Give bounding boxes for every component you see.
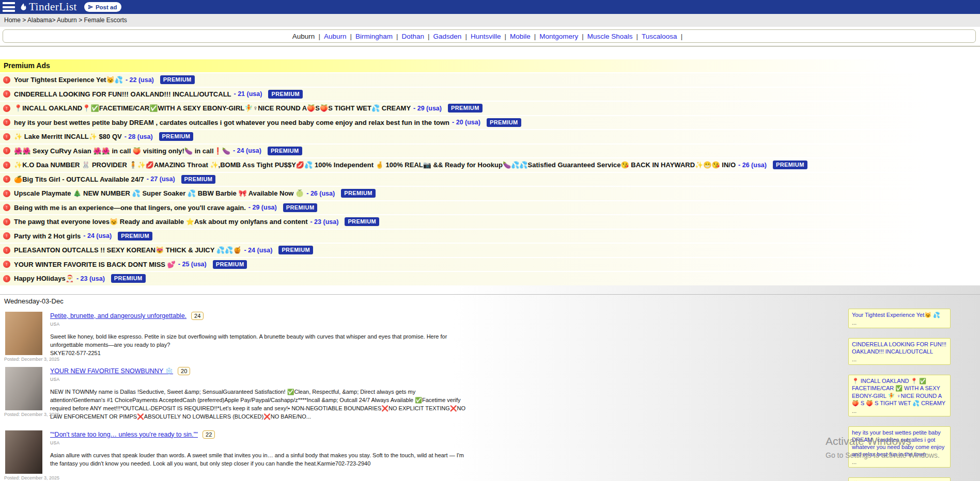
listing-country: USA [50,440,980,445]
up-arrow-icon: ↑ [3,204,10,211]
city-link[interactable]: Mobile [510,33,531,40]
listing-country: USA [50,322,980,327]
sidebar-ad-text: hey its your best wettes petite baby DRE… [852,429,947,458]
sidebar-ad-ellipsis: ... [852,319,947,326]
premium-badge: PREMIUM [268,90,303,99]
premium-ad-row[interactable]: ↑ hey its your best wettes petite baby D… [0,115,980,130]
premium-ad-title: Upscale Playmate 🎄 NEW NUMBER 💦 Super So… [14,189,304,197]
sidebar-ad-box[interactable]: ✨ Lake Merritt INCALL✨ $80 QV ... [848,477,951,481]
listing-country: USA [50,377,980,382]
premium-ad-title: 📍INCALL OAKLAND📍✅FACETIME/CAR✅WITH A SEX… [14,104,411,112]
age-badge: 20 [178,367,190,375]
listing-thumbnail[interactable] [5,430,42,474]
premium-ad-row[interactable]: ↑ 🌺🌺 Sexy CuRvy Asian 🌺🌺 in call 🍑 visit… [0,143,980,158]
premium-ad-row[interactable]: ↑ Happy HOlidays🎅 - 23 (usa) PREMIUM [0,271,980,285]
paper-plane-icon [88,4,94,10]
premium-badge: PREMIUM [268,147,302,155]
brand-logo[interactable]: TinderList [19,1,77,13]
listing-title-link[interactable]: YOUR NEW FAVORITE SNOWBUNNY ❄️ [50,367,173,375]
breadcrumb-separator: > [77,17,82,24]
listing-posted-date: Posted: December 3, 2025 [4,412,59,417]
premium-ad-row[interactable]: ↑ 📍INCALL OAKLAND📍✅FACETIME/CAR✅WITH A S… [0,101,980,115]
listing-title-link[interactable]: "“Don't stare too long… unless you're re… [50,431,198,438]
listing-row: YOUR NEW FAVORITE SNOWBUNNY ❄️20 USA NEW… [0,366,980,421]
up-arrow-icon: ↑ [3,190,10,197]
premium-ad-age-location: - 22 (usa) [126,76,154,84]
premium-ad-age-location: - 27 (usa) [147,175,175,183]
city-link[interactable]: Huntsville [471,33,501,40]
premium-ad-title: ✨K.O Daa NUMBER 🐰 PROVIDER 🧍✨💋AMAZING Th… [14,161,736,169]
premium-badge: PREMIUM [213,260,247,269]
premium-ad-row[interactable]: ↑ ✨K.O Daa NUMBER 🐰 PROVIDER 🧍✨💋AMAZING … [0,157,980,172]
sidebar-ad-box[interactable]: hey its your best wettes petite baby DRE… [848,426,951,468]
sidebar-ad-ellipsis: ... [852,356,947,363]
city-separator: | [681,33,683,40]
breadcrumb-link[interactable]: Home [4,17,21,24]
up-arrow-icon: ↑ [3,76,10,84]
sidebar-ad-ellipsis: ... [852,458,947,466]
listing-thumbnail[interactable] [5,312,42,355]
city-link[interactable]: Dothan [402,33,425,40]
up-arrow-icon: ↑ [3,261,10,268]
premium-badge: PREMIUM [345,217,379,226]
city-link[interactable]: Birmingham [355,33,393,40]
listing-posted-date: Posted: December 3, 2025 [4,475,59,480]
listing-thumbnail[interactable] [5,367,42,410]
post-ad-button[interactable]: Post ad [84,2,122,12]
premium-ad-row[interactable]: ↑ Upscale Playmate 🎄 NEW NUMBER 💦 Super … [0,186,980,200]
premium-ad-row[interactable]: ↑ CINDERELLA LOOKING FOR FUN!!! OAKLAND!… [0,87,980,101]
breadcrumb-link[interactable]: Auburn [57,17,77,24]
premium-badge: PREMIUM [111,274,146,283]
up-arrow-icon: ↑ [3,119,10,126]
premium-ad-title: The pawg that everyone loves😼 Ready and … [14,218,307,226]
breadcrumb: Home > Alabama> Auburn > Female Escorts [0,14,980,27]
age-badge: 22 [203,430,215,439]
premium-badge: PREMIUM [181,175,216,184]
breadcrumb-separator: > [52,17,55,24]
premium-ad-row[interactable]: ↑ Your Tightest Experience Yet😼💦 - 22 (u… [0,72,980,87]
sidebar-ad-text: CINDERELLA LOOKING FOR FUN!!! OAKLAND!!!… [852,341,947,355]
city-link[interactable]: Muscle Shoals [587,33,633,40]
sidebar-ad-text: Your Tightest Experience Yet😼 💦 [852,311,947,318]
city-link[interactable]: Auburn [324,33,347,40]
breadcrumb-link[interactable]: Alabama [27,17,52,24]
premium-ads-heading: Premium Ads [0,59,980,72]
age-badge: 24 [191,312,204,320]
up-arrow-icon: ↑ [3,218,10,226]
premium-ad-row[interactable]: ↑ PLEASANTON OUTCALLS !! SEXY KOREAN😻 TH… [0,243,980,257]
up-arrow-icon: ↑ [3,147,10,154]
hamburger-menu-icon[interactable] [3,2,15,12]
premium-ad-row[interactable]: ↑ The pawg that everyone loves😼 Ready an… [0,214,980,229]
city-link[interactable]: Gadsden [433,33,462,40]
premium-ad-age-location: - 21 (usa) [234,90,262,98]
premium-ad-row[interactable]: ↑ Being with me is an experience—one tha… [0,200,980,215]
premium-ad-row[interactable]: ↑ 🍊Big Tits Girl - OUTCALL Available 24/… [0,172,980,186]
premium-ad-age-location: - 20 (usa) [452,119,480,126]
up-arrow-icon: ↑ [3,247,10,254]
city-link[interactable]: Tuscaloosa [642,33,677,40]
sidebar-ad-ellipsis: ... [852,407,947,414]
listing-posted-date: Posted: December 3, 2025 [4,357,59,362]
breadcrumb-link[interactable]: Female Escorts [84,17,127,24]
premium-badge: PREMIUM [278,246,313,254]
city-separator: | [428,33,430,40]
premium-badge: PREMIUM [773,161,807,169]
premium-ad-row[interactable]: ↑ ✨ Lake Merritt INCALL✨ $80 QV - 28 (us… [0,129,980,143]
premium-ad-row[interactable]: ↑ Party with 2 Hot girls - 24 (usa) PREM… [0,229,980,243]
listing-title-link[interactable]: Petite, brunette, and dangerously unforg… [50,312,186,319]
premium-ad-title: YOUR WINTER FAVORITE IS BACK DONT MISS 💕 [14,261,176,268]
city-separator: | [504,33,506,40]
sidebar-ad-box[interactable]: Your Tightest Experience Yet😼 💦 ... [848,309,951,328]
top-header-bar: TinderList Post ad [0,0,980,14]
breadcrumb-separator: > [21,17,26,24]
city-link[interactable]: Montgomery [539,33,578,40]
premium-ad-age-location: - 24 (usa) [244,247,272,254]
sidebar-ad-box[interactable]: CINDERELLA LOOKING FOR FUN!!! OAKLAND!!!… [848,338,951,365]
premium-ad-title: PLEASANTON OUTCALLS !! SEXY KOREAN😻 THIC… [14,246,241,254]
premium-ad-row[interactable]: ↑ YOUR WINTER FAVORITE IS BACK DONT MISS… [0,257,980,271]
premium-ad-age-location: - 28 (usa) [125,133,153,140]
sidebar-ad-box[interactable]: 📍 INCALL OAKLAND 📍 ✅ FACETIME/CAR ✅ WITH… [848,375,951,416]
premium-ad-title: hey its your best wettes petite baby DRE… [14,119,449,126]
city-link[interactable]: Auburn [292,33,315,40]
premium-ad-age-location: - 29 (usa) [413,105,442,112]
